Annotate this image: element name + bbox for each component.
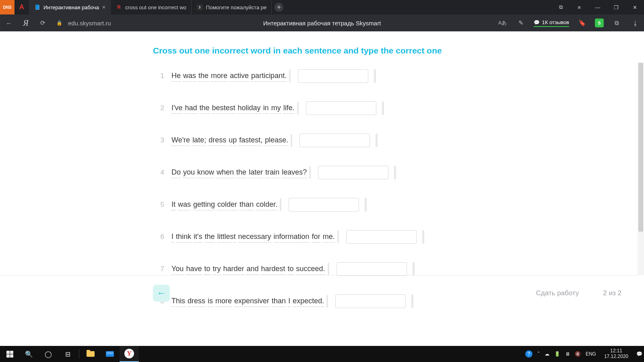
sentence-word[interactable]: Do xyxy=(171,167,181,178)
sentence-word[interactable]: hardest xyxy=(261,263,285,275)
translate-icon[interactable]: Aあ xyxy=(497,19,508,27)
sentence-word[interactable]: the xyxy=(236,167,246,178)
sentence-word[interactable]: You xyxy=(171,263,184,275)
answer-input[interactable] xyxy=(306,101,376,115)
answer-input[interactable] xyxy=(336,262,407,276)
reader-mode-icon[interactable]: ✎ xyxy=(515,19,526,27)
file-explorer-icon[interactable] xyxy=(81,346,100,362)
volume-icon[interactable]: 🔇 xyxy=(575,351,581,357)
sentence-word[interactable]: I've xyxy=(171,103,182,114)
prev-task-button[interactable]: ← xyxy=(153,285,170,302)
answer-handle[interactable] xyxy=(376,134,378,147)
start-button[interactable] xyxy=(0,346,19,362)
sentence-word[interactable]: the xyxy=(204,231,215,243)
sentence-word[interactable]: me. xyxy=(323,231,335,243)
close-tab-icon[interactable]: × xyxy=(102,4,105,10)
sentence-word[interactable]: littlest xyxy=(217,231,236,243)
pinned-tab-dns[interactable]: DNS xyxy=(0,0,14,14)
sentence-word[interactable]: participant. xyxy=(251,70,287,82)
task-view-icon[interactable]: ⊟ xyxy=(58,346,77,362)
sentence-word[interactable]: holiday xyxy=(238,103,261,114)
tab-skysmart[interactable]: 📘 Интерактивная рабоча × xyxy=(29,0,111,14)
window-minimize-icon[interactable]: — xyxy=(588,0,607,14)
sentence-word[interactable]: you xyxy=(183,167,195,178)
bookmark-icon[interactable]: 🔖 xyxy=(576,19,588,27)
yandex-browser-icon[interactable]: Y xyxy=(120,346,139,362)
sentence-word[interactable]: dress xyxy=(208,135,226,146)
onedrive-icon[interactable]: ☁ xyxy=(545,351,549,357)
answer-input[interactable] xyxy=(298,69,368,83)
sentence-word[interactable]: leaves? xyxy=(282,167,307,178)
sentence-handle[interactable] xyxy=(291,134,292,147)
sentence-handle[interactable] xyxy=(337,230,339,243)
downloads-icon[interactable]: ⭳ xyxy=(630,20,641,27)
scrollbar-thumb[interactable] xyxy=(638,63,643,232)
sentence-word[interactable]: bestest xyxy=(212,103,235,114)
tray-chevron-icon[interactable]: ˄ xyxy=(537,351,540,357)
mail-app-icon[interactable] xyxy=(100,346,120,362)
sentence-handle[interactable] xyxy=(309,166,311,179)
answer-handle[interactable] xyxy=(382,101,384,115)
window-restore-icon[interactable]: ❐ xyxy=(607,0,625,14)
sentence-handle[interactable] xyxy=(280,198,281,211)
sentence-word[interactable]: We're xyxy=(171,135,190,146)
sentence-word[interactable]: fastest, xyxy=(239,135,262,146)
sentence-word[interactable]: I xyxy=(171,231,173,243)
sentence-word[interactable]: It xyxy=(171,199,175,210)
answer-input[interactable] xyxy=(299,134,370,147)
tab-help[interactable]: з Помогите пожалуйста ре xyxy=(192,0,272,14)
taskbar-search-icon[interactable]: 🔍 xyxy=(19,346,39,362)
sentence-word[interactable]: life. xyxy=(283,103,295,114)
sentence-word[interactable]: to xyxy=(288,263,294,275)
answer-input[interactable] xyxy=(289,198,359,212)
sentence-handle[interactable] xyxy=(297,102,299,115)
nav-back-icon[interactable]: ← xyxy=(3,20,14,27)
help-tray-icon[interactable]: ? xyxy=(525,350,533,358)
sentence-word[interactable]: when xyxy=(217,167,234,178)
sentence-word[interactable]: in xyxy=(263,103,269,114)
sentence-word[interactable]: the xyxy=(198,70,208,82)
new-tab-button[interactable]: + xyxy=(272,0,286,14)
answer-handle[interactable] xyxy=(413,262,415,276)
reviews-badge[interactable]: 1К отзывов xyxy=(534,19,569,27)
sentence-word[interactable]: colder xyxy=(217,199,237,210)
sentence-word[interactable]: information xyxy=(274,231,310,243)
sentence-word[interactable]: getting xyxy=(193,199,215,210)
page-scrollbar[interactable] xyxy=(638,63,644,275)
sidebar-toggle-icon[interactable]: ⧉ xyxy=(611,19,622,27)
taskbar-clock[interactable]: 12:11 17.12.2020 xyxy=(601,348,632,360)
action-center-icon[interactable]: 💬 xyxy=(636,351,642,357)
copy-window-icon[interactable]: ⧉ xyxy=(551,0,570,14)
sentence-word[interactable]: than xyxy=(239,199,254,210)
protect-shield-icon[interactable]: S xyxy=(595,19,604,27)
tab-search[interactable]: Я cross out one incorrect wo xyxy=(111,0,192,14)
reload-icon[interactable]: ⟳ xyxy=(37,19,48,27)
sentence-word[interactable]: train xyxy=(265,167,279,178)
sentence-word[interactable]: try xyxy=(213,263,221,275)
sentence-word[interactable]: was xyxy=(178,199,191,210)
sentence-word[interactable]: harder xyxy=(223,263,244,275)
cortana-icon[interactable]: ◯ xyxy=(39,346,58,362)
submit-button[interactable]: Сдать работу xyxy=(536,289,579,297)
sentence-word[interactable]: late; xyxy=(192,135,206,146)
sentence-word[interactable]: had xyxy=(185,103,197,114)
sentence-word[interactable]: necessary xyxy=(238,231,271,243)
sentence-word[interactable]: to xyxy=(204,263,210,275)
sentence-word[interactable]: my xyxy=(271,103,281,114)
answer-handle[interactable] xyxy=(374,69,376,83)
pinned-tab-a[interactable]: А xyxy=(14,0,29,14)
answer-handle[interactable] xyxy=(365,198,367,212)
sentence-word[interactable]: active xyxy=(230,70,249,82)
lock-icon[interactable]: 🔒 xyxy=(56,20,62,26)
battery-icon[interactable]: 🔋 xyxy=(554,351,560,357)
page-url[interactable]: edu.skysmart.ru xyxy=(68,20,111,27)
sentence-word[interactable]: later xyxy=(249,167,263,178)
sentence-handle[interactable] xyxy=(328,263,329,276)
sentence-word[interactable]: more xyxy=(211,70,227,82)
sentence-word[interactable]: please. xyxy=(265,135,288,146)
answer-handle[interactable] xyxy=(422,230,424,244)
browser-menu-icon[interactable]: ≡ xyxy=(570,0,588,14)
sentence-word[interactable]: think xyxy=(176,231,191,243)
sentence-word[interactable]: have xyxy=(186,263,202,275)
window-close-icon[interactable]: ✕ xyxy=(625,0,644,14)
